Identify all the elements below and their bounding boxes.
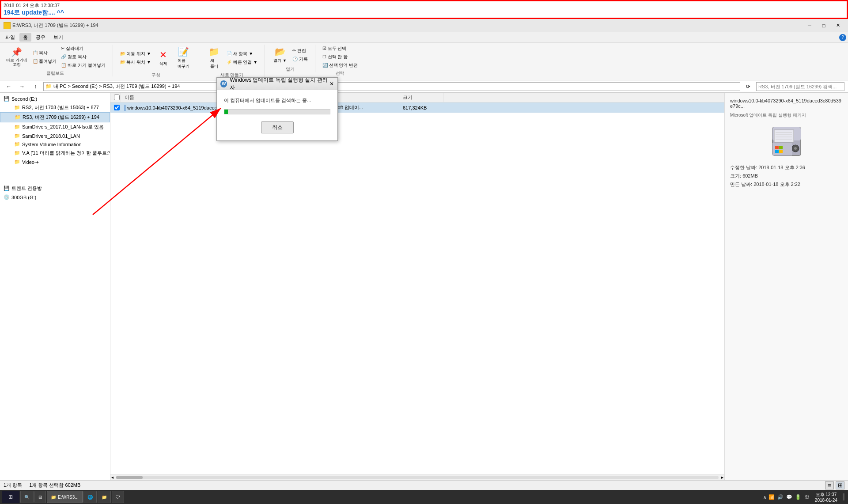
taskbar-clock[interactable]: 오후 12:37 2018-01-24 — [812, 492, 840, 503]
h-scroll-thumb[interactable] — [116, 476, 143, 479]
ribbon-organize-buttons: 📂 이동 위치 ▼ 📂 복사 위치 ▼ ✕ 삭제 📝 이름바꾸기 — [118, 45, 193, 71]
sidebar-item-second-e[interactable]: 💾 Second (E:) — [0, 95, 110, 103]
copy-to-icon: 📂 복사 위치 ▼ — [120, 59, 151, 65]
edit-button[interactable]: ✏ 편집 — [291, 47, 310, 55]
dialog-message: 이 컴퓨터에서 업데이트를 검색하는 중... — [224, 97, 330, 104]
scroll-right-btn[interactable]: ▸ — [720, 475, 724, 480]
search-input[interactable] — [756, 82, 844, 91]
menu-file[interactable]: 파일 — [2, 33, 19, 42]
tray-lang-icon[interactable]: 한 — [803, 493, 810, 500]
start-button[interactable]: ⊞ — [2, 491, 19, 503]
menu-share[interactable]: 공유 — [32, 33, 49, 42]
select-all-checkbox[interactable] — [114, 95, 120, 100]
copy-icon: 📋 복사 — [33, 50, 48, 56]
file-icon — [125, 105, 125, 111]
sidebar-item-video[interactable]: 📁 Video-+ — [0, 158, 110, 166]
sidebar-item-samdrivers-iso[interactable]: 📁 SamDrivers_2017.10_LAN-Iso로 있음 — [0, 122, 110, 132]
clipboard-small-btns2: ✂ 잘라내기 🔗 경로 복사 📋 바로 가기 붙여넣기 — [59, 45, 107, 69]
gb-label: 300GB (G:) — [11, 195, 36, 200]
taskview-icon: ⊟ — [38, 495, 42, 500]
copy-to-button[interactable]: 📂 복사 위치 ▼ — [118, 58, 153, 66]
menu-view[interactable]: 보기 — [50, 33, 67, 42]
refresh-button[interactable]: ⟳ — [743, 82, 753, 91]
paste-icon: 📋 풀여넣기 — [33, 58, 57, 64]
minimize-button[interactable]: ─ — [803, 21, 816, 30]
folder-label-sam1: SamDrivers_2017.10_LAN-Iso로 있음 — [22, 124, 104, 130]
tray-action-center-icon[interactable]: 💬 — [786, 493, 793, 500]
sidebar-item-va[interactable]: 📁 V.A ['11 머리를 맑게하는 청아한 풀루트의 향기 2CD] — [0, 148, 110, 158]
history-button[interactable]: 🕐 기록 — [291, 55, 310, 63]
progress-bar-container — [224, 109, 330, 114]
col-checkbox[interactable] — [110, 93, 121, 102]
preview-modified-label: 수정한 날짜: — [730, 165, 757, 170]
security-button[interactable]: 🛡 — [112, 491, 124, 503]
rename-label: 이름바꾸기 — [178, 58, 189, 69]
table-row[interactable]: windows10.0-kb4073290-x64_5119daced3c80d… — [110, 102, 724, 113]
forward-button[interactable]: → — [17, 82, 27, 91]
search-taskbar-icon: 🔍 — [24, 495, 30, 500]
delete-icon: ✕ — [159, 49, 167, 60]
new-folder-button[interactable]: 📁 새폴더 — [204, 45, 224, 71]
tray-expand-icon[interactable]: ∧ — [763, 495, 766, 500]
dialog-title-bar: W Windows 업데이트 독립 실행형 설치 관리자 ✕ — [217, 78, 337, 90]
cancel-button[interactable]: 취소 — [261, 121, 294, 133]
edge-button[interactable]: 🌐 — [83, 491, 97, 503]
paste-button[interactable]: 📋 풀여넣기 — [31, 57, 59, 65]
folder-icon-video: 📁 — [14, 159, 20, 165]
open-button[interactable]: 📂 열기 ▼ — [270, 45, 290, 65]
close-button[interactable]: ✕ — [831, 21, 844, 30]
history-icon: 🕐 기록 — [292, 56, 308, 62]
select-all-button[interactable]: ☑ 모두 선택 — [321, 45, 360, 53]
pin-button[interactable]: 📌 바로 가기에고정 — [4, 45, 30, 69]
sidebar-item-rs2[interactable]: 📁 RS2, 버전 1703 (빌드 15063) + 877 — [0, 103, 110, 112]
paste-shortcut-button[interactable]: 📋 바로 가기 붙여넣기 — [59, 61, 107, 69]
copy-button[interactable]: 📋 복사 — [31, 49, 59, 57]
new-item-button[interactable]: 📄 새 항목 ▼ — [225, 50, 259, 58]
taskview-button[interactable]: ⊟ — [34, 491, 46, 503]
tiles-view-button[interactable]: ⊞ — [836, 481, 844, 489]
preview-icon-area — [730, 124, 843, 159]
open-label: 열기 ▼ — [273, 58, 286, 64]
update-installer-dialog[interactable]: W Windows 업데이트 독립 실행형 설치 관리자 ✕ 이 컴퓨터에서 업… — [216, 77, 338, 141]
show-desktop-icon[interactable] — [843, 493, 844, 500]
sidebar-item-300gb[interactable]: 💿 300GB (G:) — [0, 193, 110, 201]
explorer-taskbar-button[interactable]: 📁 E:WRS3... — [47, 491, 83, 503]
invert-select-button[interactable]: 🔄 선택 영역 반전 — [321, 61, 360, 69]
rename-button[interactable]: 📝 이름바꾸기 — [174, 45, 193, 71]
back-button[interactable]: ← — [4, 82, 14, 91]
move-to-button[interactable]: 📂 이동 위치 ▼ — [118, 50, 153, 58]
address-path[interactable]: 📁 내 PC > Second (E:) > RS3, 버전 1709 (빌드 … — [43, 82, 740, 91]
sidebar-item-samdrivers-lan[interactable]: 📁 SamDrivers_2018.01_LAN — [0, 132, 110, 140]
notification-date: 2018-01-24 오후 12:38:37 — [4, 2, 848, 9]
dialog-close-btn[interactable]: ✕ — [329, 81, 334, 87]
col-size-header[interactable]: 크기 — [399, 93, 443, 102]
folder-icon-sysv: 📁 — [14, 141, 20, 147]
menu-home[interactable]: 홈 — [19, 33, 31, 42]
search-taskbar-button[interactable]: 🔍 — [20, 491, 34, 503]
sidebar-item-rs3[interactable]: 📁 RS3, 버전 1709 (빌드 16299) + 194 — [0, 112, 110, 122]
sidebar: 💾 Second (E:) 📁 RS2, 버전 1703 (빌드 15063) … — [0, 93, 110, 480]
maximize-button[interactable]: □ — [817, 21, 830, 30]
up-button[interactable]: ↑ — [30, 82, 41, 91]
sidebar-item-torrent[interactable]: 💾 토렌트 전용방 — [0, 184, 110, 193]
tray-volume-icon[interactable]: 🔊 — [777, 493, 784, 500]
quick-link-button[interactable]: ⚡ 빠른 연결 ▼ — [225, 58, 259, 66]
copy-path-button[interactable]: 🔗 경로 복사 — [59, 53, 107, 61]
address-bar: ← → ↑ 📁 내 PC > Second (E:) > RS3, 버전 170… — [0, 80, 848, 93]
torrent-icon: 💾 — [4, 186, 10, 191]
tray-battery-icon[interactable]: 🔋 — [795, 493, 802, 500]
sidebar-item-system-volume[interactable]: 📁 System Volume Information — [0, 140, 110, 148]
select-none-button[interactable]: ☐ 선택 안 함 — [321, 53, 360, 61]
explorer-window: E:WRS3, 버전 1709 (빌드 16299) + 194 ─ □ ✕ 파… — [0, 19, 848, 490]
tray-network-icon[interactable]: 📶 — [768, 493, 775, 500]
help-icon[interactable]: ? — [839, 34, 846, 41]
delete-button[interactable]: ✕ 삭제 — [154, 48, 173, 68]
h-scrollbar[interactable]: ◂ ▸ — [110, 474, 724, 480]
details-view-button[interactable]: ≡ — [825, 481, 834, 489]
file-checkbox[interactable] — [114, 105, 120, 110]
scroll-left-btn[interactable]: ◂ — [110, 475, 114, 480]
cut-button[interactable]: ✂ 잘라내기 — [59, 45, 107, 53]
explorer2-button[interactable]: 📁 — [98, 491, 111, 503]
row-checkbox[interactable] — [110, 105, 121, 110]
select-btns: ☑ 모두 선택 ☐ 선택 안 함 🔄 선택 영역 반전 — [321, 45, 360, 69]
